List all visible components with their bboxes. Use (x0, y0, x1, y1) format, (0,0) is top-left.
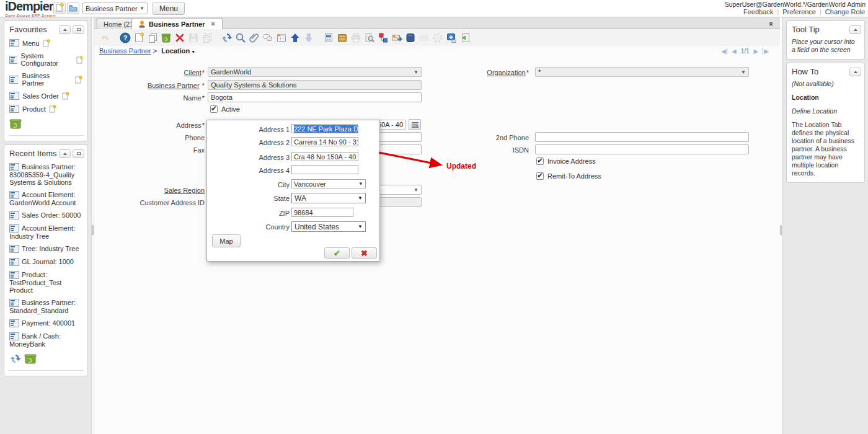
chevron-down-icon: ▼ (414, 69, 418, 75)
invoice-address-checkbox[interactable] (536, 157, 544, 165)
detail-record-icon[interactable] (303, 32, 315, 44)
favourite-item-business-partner[interactable]: Business Partner (4, 69, 87, 89)
recent-item[interactable]: GL Journal: 1000 (4, 255, 87, 268)
map-button[interactable]: Map (212, 234, 241, 247)
save-create-icon[interactable] (201, 32, 213, 44)
new-record-icon[interactable] (133, 32, 145, 44)
refresh-icon[interactable] (9, 353, 22, 366)
recent-items-panel: Recent Items Business Partner: 830085359… (4, 144, 88, 376)
active-checkbox[interactable] (210, 105, 218, 113)
delete-selection-icon[interactable] (174, 32, 186, 44)
city-combobox[interactable]: Vancouver▼ (291, 179, 366, 188)
recent-collapse-button[interactable] (59, 149, 71, 158)
grid-toggle-icon[interactable] (275, 32, 288, 44)
recent-item[interactable]: Sales Order: 50000 (4, 209, 87, 222)
user-info: SuperUser@GardenWorld.*/GardenWorld Admi… (725, 1, 866, 8)
check-icon: ✔ (334, 249, 340, 258)
phone2-field[interactable] (535, 132, 749, 142)
archive-icon[interactable] (404, 32, 417, 44)
delete-record-icon[interactable] (160, 32, 172, 44)
attachment-icon[interactable] (248, 32, 260, 44)
trash-icon[interactable] (24, 353, 37, 366)
file-drawer-icon[interactable] (336, 32, 348, 44)
change-role-link[interactable]: Change Role (825, 8, 865, 16)
preference-icon[interactable] (418, 32, 430, 44)
recent-item[interactable]: Tree: Industry Tree (4, 242, 87, 255)
next-record-icon[interactable]: ▶ (754, 48, 759, 55)
favourite-item-menu[interactable]: Menu (4, 37, 87, 50)
collapse-north-icon[interactable]: « (767, 22, 776, 26)
copy-record-icon[interactable] (146, 32, 159, 44)
country-label: Country (212, 223, 290, 231)
country-select[interactable]: United States▼ (291, 221, 366, 232)
address2-input[interactable]: Carrera 14 No 90 - 31 Ofi (291, 137, 358, 146)
save-icon[interactable] (187, 32, 200, 44)
send-mail-icon[interactable] (391, 32, 403, 44)
export-file-icon[interactable] (459, 32, 471, 44)
phone2-label: 2nd Phone (496, 134, 529, 141)
favourite-item-product[interactable]: Product (4, 102, 87, 115)
top-header: iDempiere Open Source ERP System Busines… (0, 0, 868, 17)
name-field[interactable]: Bogota (208, 92, 422, 102)
breadcrumb-current[interactable]: Location (161, 47, 190, 55)
export-icon[interactable] (445, 32, 458, 44)
first-record-icon[interactable]: ◀ (721, 48, 727, 55)
business-partner-field[interactable]: Quality Systems & Solutions (208, 80, 422, 90)
refresh-icon[interactable] (221, 32, 233, 44)
last-record-icon[interactable]: ▶ (763, 48, 769, 55)
close-icon[interactable]: ✕ (210, 20, 215, 27)
address1-input[interactable]: 222 NE Park Plaza Dr, Sui (291, 124, 358, 133)
favourite-item-system-configurator[interactable]: System Configurator (4, 50, 87, 69)
workflow-icon[interactable] (377, 32, 389, 44)
recent-item[interactable]: Product: TestProduct_Test Product (4, 268, 87, 296)
help-icon[interactable]: ? (119, 32, 131, 44)
trash-icon[interactable] (9, 118, 22, 131)
recent-item[interactable]: Payment: 400001 (4, 317, 87, 330)
recent-item[interactable]: Account Element: GardenWorld Account (4, 188, 87, 209)
address3-input[interactable]: Cra 48 No 150A - 40 Apto (291, 152, 358, 161)
preference-link[interactable]: Preference (782, 8, 816, 16)
remit-address-checkbox[interactable] (536, 172, 544, 180)
menu-button[interactable]: Menu (153, 2, 185, 15)
find-icon[interactable] (234, 32, 247, 44)
recent-maximize-button[interactable] (73, 149, 84, 158)
isdn-field[interactable] (535, 144, 749, 154)
tooltip-collapse-button[interactable] (849, 25, 861, 34)
state-select[interactable]: WA▼ (291, 193, 366, 203)
sales-region-label: Sales Region (164, 187, 205, 194)
phone-label: Phone (185, 134, 205, 141)
client-field[interactable]: GardenWorld▼ (208, 67, 422, 77)
breadcrumb-parent-link[interactable]: Business Partner (99, 47, 151, 55)
print-icon[interactable] (350, 32, 362, 44)
archive-lookup-icon[interactable] (363, 32, 376, 44)
recent-item[interactable]: Business Partner: 830085359-4_Quality Sy… (4, 161, 87, 188)
tab-business-partner[interactable]: Business Partner ✕ (131, 18, 223, 29)
zip-input[interactable]: 98684 (291, 208, 353, 217)
confirm-button[interactable]: ✔ (324, 247, 350, 259)
recent-item[interactable]: Bank / Cash: MoneyBank (4, 330, 87, 350)
state-label: State (212, 195, 290, 202)
favourites-maximize-button[interactable] (73, 25, 84, 34)
feedback-link[interactable]: Feedback (743, 8, 773, 16)
howto-collapse-button[interactable] (849, 68, 861, 76)
favourites-collapse-button[interactable] (59, 25, 71, 34)
organization-field[interactable]: *▼ (535, 67, 749, 77)
address-editor-button[interactable] (409, 119, 421, 130)
window-select[interactable]: Business Partner ▼ (82, 2, 148, 14)
recent-item[interactable]: Business Partner: Standard_Standard (4, 296, 87, 317)
recent-item[interactable]: Account Element: Industry Tree (4, 222, 87, 242)
help-section-body: The Location Tab defines the physical lo… (792, 121, 859, 177)
open-folder-button[interactable] (67, 2, 79, 14)
parent-record-icon[interactable] (289, 32, 301, 44)
previous-record-icon[interactable]: ◀ (732, 48, 737, 55)
favourite-item-sales-order[interactable]: Sales Order (4, 89, 87, 102)
undo-icon[interactable] (99, 32, 112, 44)
new-window-button[interactable] (53, 2, 66, 14)
window-select-value: Business Partner (86, 5, 138, 12)
address4-input[interactable] (291, 165, 358, 174)
process-icon[interactable] (432, 32, 444, 44)
cancel-button[interactable]: ✖ (352, 247, 377, 259)
chevron-down-icon: ▼ (358, 224, 363, 229)
report-icon[interactable] (322, 32, 335, 44)
chat-icon[interactable] (262, 32, 274, 44)
